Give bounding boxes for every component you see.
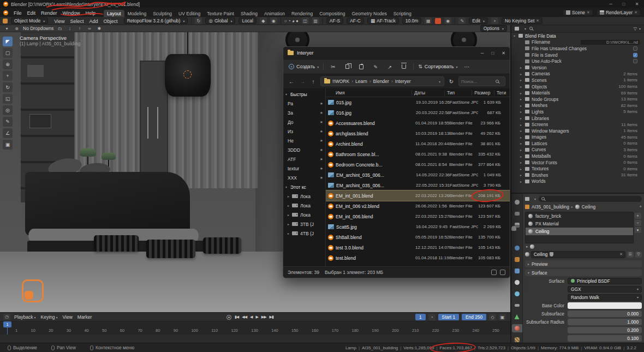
options-dropdown[interactable]: Options: [480, 25, 507, 32]
outliner-row[interactable]: Objects 100 items: [511, 83, 644, 90]
disclosure-icon[interactable]: [520, 78, 525, 82]
new-material-button[interactable]: ⎘: [627, 252, 634, 258]
properties-tab[interactable]: [512, 324, 522, 332]
timeline-ruler[interactable]: 1 11020304050607080901001101201301401501…: [0, 321, 510, 335]
disclosure-icon[interactable]: [520, 91, 525, 95]
file-row[interactable]: EM_int_006.blend 22.03.2022 15:27 Blende…: [326, 211, 510, 222]
disclosure-icon[interactable]: [520, 72, 525, 76]
viewport-tool-icon[interactable]: [3, 48, 13, 58]
command-icon[interactable]: [342, 62, 352, 71]
outliner-row[interactable]: Metaballs 0 items: [511, 153, 644, 159]
active-tool-edit-dropdown[interactable]: Edit: [469, 17, 488, 24]
viewlayer-selector[interactable]: RenderLayer ✕: [597, 9, 641, 16]
viewport-tool-icon[interactable]: [3, 117, 13, 127]
surface-section[interactable]: ▾Surface: [525, 269, 642, 276]
file-row[interactable]: Bedroom Concrete.b... 08.01.2021 8:54 Bl…: [326, 159, 510, 170]
outliner-row[interactable]: Version: [511, 64, 644, 71]
outliner-row[interactable]: Images 45 items: [511, 134, 644, 141]
arrow-down-icon[interactable]: ↓: [66, 25, 73, 32]
disclosure-icon[interactable]: [520, 104, 525, 108]
outliner-row[interactable]: File is Saved: [511, 52, 644, 58]
properties-tab[interactable]: [512, 267, 522, 275]
file-row[interactable]: Accessuares.blend 01.04.2019 18:55 Blend…: [326, 118, 510, 128]
transport-button[interactable]: [270, 315, 273, 319]
disclosure-icon[interactable]: [520, 65, 525, 69]
file-row[interactable]: archglass.blend 10.03.2019 18:13 Blender…: [326, 128, 510, 139]
menu-item[interactable]: Window: [60, 10, 83, 16]
focus-distance-field[interactable]: 10.0m: [402, 17, 422, 24]
viewport-tool-icon[interactable]: [3, 82, 13, 92]
forward-button[interactable]: →: [299, 79, 306, 85]
outliner-row[interactable]: Materials 69 items: [511, 90, 644, 96]
command-icon[interactable]: [356, 62, 366, 71]
unlink-material-icon[interactable]: ✕: [619, 252, 623, 256]
file-row[interactable]: EM_int_001.blend 22.03.2022 13:26 Blende…: [326, 190, 510, 201]
disclosure-icon[interactable]: [520, 148, 525, 152]
sidebar-item[interactable]: Не: [283, 136, 325, 145]
column-name[interactable]: Имя: [326, 90, 412, 96]
sidebar-item[interactable]: Ра: [283, 99, 325, 108]
material-browse-icon[interactable]: [525, 252, 529, 256]
explorer-close-button[interactable]: [502, 51, 505, 56]
checkbox-icon[interactable]: [633, 46, 637, 51]
command-icon[interactable]: [399, 62, 409, 71]
breadcrumb-material[interactable]: Ceiling: [582, 204, 595, 210]
search-box[interactable]: [458, 76, 505, 86]
disclosure-icon[interactable]: [520, 123, 525, 127]
sidebar-item[interactable]: Лока: [283, 210, 325, 219]
viewport-tool-icon[interactable]: [3, 105, 13, 115]
path-segment[interactable]: Blender: [367, 79, 389, 84]
breadcrumb[interactable]: !!WORKLearnBlenderInteryer ▾: [320, 76, 444, 86]
viewport-tool-icon[interactable]: [3, 94, 13, 104]
column-size[interactable]: Размер: [472, 90, 494, 96]
mode-dropdown[interactable]: Object Mode: [11, 17, 48, 24]
menu-item[interactable]: Render: [38, 10, 60, 16]
maximize-button[interactable]: [620, 2, 628, 7]
transport-button[interactable]: [242, 315, 247, 319]
base-color-swatch[interactable]: [568, 302, 642, 309]
file-row[interactable]: EM_archint_035_006... 14.05.2022 22:36 F…: [326, 170, 510, 180]
disclosure-icon[interactable]: [520, 167, 525, 171]
timeline-menu-item[interactable]: View: [63, 314, 73, 320]
command-icon[interactable]: [328, 62, 338, 71]
checkbox-icon[interactable]: [633, 59, 637, 63]
column-date[interactable]: Даты: [412, 90, 444, 96]
path-segment[interactable]: Interyer: [389, 79, 411, 84]
sidebar-item[interactable]: Из: [283, 127, 325, 136]
xray-icon[interactable]: ▥: [312, 17, 319, 24]
viewport-shading-icons[interactable]: ○ ◔ ◕ ●: [284, 19, 299, 23]
properties-tab[interactable]: [512, 232, 522, 241]
minimize-button[interactable]: [607, 2, 615, 7]
transport-button[interactable]: [255, 315, 258, 319]
sidebar-item[interactable]: Лока: [283, 201, 325, 210]
preview-section[interactable]: ▸Preview: [525, 260, 642, 267]
scene-unlink-icon[interactable]: ✕: [587, 10, 590, 15]
retopoflow-dropdown[interactable]: RetopoFlow 3.2.6 (github): [124, 17, 188, 24]
subsurface-slider[interactable]: 0.000: [568, 311, 642, 317]
outliner-row[interactable]: Brushes 31 items: [511, 172, 644, 178]
properties-tab[interactable]: [512, 244, 522, 252]
workspace-tab[interactable]: Scripting: [390, 10, 415, 17]
outliner-row[interactable]: Textures 0 items: [511, 165, 644, 172]
more-options-button[interactable]: [462, 62, 472, 71]
menu-item[interactable]: File: [11, 10, 25, 16]
distribution-dropdown[interactable]: GGX: [568, 286, 642, 293]
sidebar-item[interactable]: 4ТВ (J: [283, 229, 325, 238]
arrow-up-icon[interactable]: ↑: [76, 25, 83, 32]
file-row[interactable]: test 3.0.blend 12.12.2021 14:07 Blender …: [326, 242, 510, 253]
outliner-row[interactable]: Scenes 1 items: [511, 77, 644, 83]
viewport-menu-item[interactable]: Object: [101, 19, 121, 24]
workspace-tab[interactable]: Compositing: [316, 10, 348, 17]
keying-clear-icon[interactable]: ✕: [536, 19, 539, 23]
frame-start-field[interactable]: Start 1: [438, 314, 459, 320]
transport-button[interactable]: [261, 315, 266, 319]
sidebar-item[interactable]: Лока: [283, 192, 325, 201]
file-row[interactable]: ShBall.blend 05.05.2019 16:52 Blender Fi…: [326, 232, 510, 242]
sidebar-item[interactable]: ATF: [283, 154, 325, 164]
sidebar-item[interactable]: XXX: [283, 173, 325, 182]
disclosure-icon[interactable]: [514, 34, 518, 38]
refresh-button[interactable]: ↻: [448, 79, 455, 85]
pin-icon[interactable]: ⌖: [639, 204, 642, 210]
blender-logo-icon[interactable]: [3, 10, 8, 15]
disclosure-icon[interactable]: [520, 97, 525, 101]
